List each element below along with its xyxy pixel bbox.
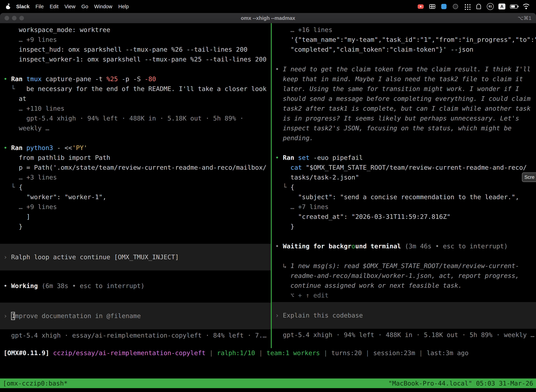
battery-icon[interactable] [510,5,518,9]
text-segment: continue assigned work or next feasible … [275,282,462,289]
text-segment: [OMX#0.11.9] [4,349,49,356]
mailbox-message-line: ↳ 1 new msg(s): read $OMX_TEAM_STATE_ROO… [272,261,536,271]
text-segment: └ [4,85,26,92]
app-menu-title[interactable]: Slack [16,4,29,9]
text-segment: { [291,183,294,191]
text-segment: | [255,349,267,356]
text-segment: … +16 lines [275,26,332,33]
text-segment: '{"team_name":"my-team","task_id":"1","f… [275,36,536,43]
text-segment: › [4,312,11,319]
terminal-line: inspect task2's JSON, focusing on the st… [272,123,536,133]
menu-help[interactable]: Help [118,4,129,9]
text-segment: inspect_hud: omx sparkshell --tmux-pane … [4,46,247,53]
blue-app-icon[interactable] [440,3,447,10]
wifi-icon[interactable] [522,4,530,9]
tmux-host-clock-label: "MacBook-Pro-44.local" 05:03 31-Mar-26 [388,380,533,387]
text-segment: 'PY' [72,144,87,151]
grid-icon[interactable] [429,3,436,10]
menu-view[interactable]: View [65,4,76,9]
window-shortcut-hint: ⌥⌘1 [517,15,531,21]
ghost-icon[interactable] [475,3,482,10]
terminal-line: keep that in mind. Maybe I also need the… [272,74,536,84]
text-segment: | [362,349,373,356]
text-segment: › [4,253,11,261]
text-segment: … +7 lines [275,203,329,210]
menu-window[interactable]: Window [94,4,112,9]
text-segment: workspace_mode: worktree [4,26,110,33]
text-segment: p = Path('.omx/state/team/review-current… [4,164,267,171]
terminal-line: ] [0,212,271,222]
terminal-line: … +7 lines [272,202,536,212]
model-status-line: gpt-5.4 xhigh · 94% left · 488K in · 5.1… [272,330,536,340]
zoom-button[interactable] [19,16,24,20]
text-segment: - << [53,144,72,151]
right-terminal-pane[interactable]: … +16 lines '{"team_name":"my-team","tas… [272,23,536,348]
text-segment: (6m 38s • esc to interrupt) [42,282,144,289]
spacer [272,300,536,302]
terminal-line: inspect_hud: omx sparkshell --tmux-pane … [0,45,271,54]
ralph-loop-status-row[interactable]: › Ralph loop active continue [OMX_TMUX_I… [0,244,271,271]
window-title: omx --xhigh --madmax [241,15,295,21]
text-segment: und terminal [355,243,405,250]
text-segment: └ [275,183,291,191]
menu-go[interactable]: Go [81,4,88,9]
text-segment: inspect task2's JSON, focusing on the st… [275,125,512,132]
screenshot-toast[interactable]: Scre [522,173,536,182]
text-segment: o [352,243,355,250]
spacer [0,329,271,331]
terminal-line: … +9 lines [0,202,271,212]
dark-app-icon[interactable] [452,3,459,10]
text-segment: keep that in mind. Maybe I also need the… [275,75,523,83]
text-segment: pending. [275,134,313,142]
title-bar[interactable]: omx --xhigh --madmax ⌥⌘1 [0,13,536,23]
text-segment: team:1 workers [267,349,320,356]
text-segment: • [275,243,283,250]
bottom-strip [0,388,536,392]
text-segment: Explain this codebase [283,312,363,319]
text-segment: ralph:1/10 [217,349,255,356]
ran-set-line: • Ran set -euo pipefail [272,153,536,163]
text-segment: Waiting for backgr [283,243,351,250]
spacer [272,143,536,153]
thinking-line: • I need to get the claim token from the… [272,64,536,74]
left-terminal-pane[interactable]: workspace_mode: worktree … +9 lines insp… [0,23,271,348]
text-segment: Ran [11,144,26,151]
text-segment: "completed","claim_token":"claim-token"}… [275,46,474,53]
text-segment: at [4,95,26,102]
text-segment: … +110 lines [4,105,65,112]
text-segment: Ralph loop active continue [OMX_TMUX_INJ… [11,253,179,261]
terminal-line: gpt-5.4 xhigh · 94% left · 488K in · 5.1… [0,113,271,123]
text-segment: (3m 46s • esc to interrupt) [405,243,508,250]
screen-recording-icon[interactable] [417,3,424,10]
spacer [0,64,271,74]
minimize-button[interactable] [12,16,17,20]
terminal-line: continue assigned work or next feasible … [272,281,536,290]
menu-file[interactable]: File [36,4,44,9]
prompt-input-row[interactable]: › Improve documentation in @filename [0,303,271,329]
text-segment: "created_at": "2026-03-31T11:59:27.816Z" [275,213,450,220]
close-button[interactable] [5,16,9,20]
suggestion-row[interactable]: › Explain this codebase [272,302,536,329]
terminal-window: omx --xhigh --madmax ⌥⌘1 workspace_mode:… [0,13,536,392]
menu-edit[interactable]: Edit [50,4,58,9]
text-segment: Ran [283,154,298,161]
spacer [272,251,536,261]
input-source-icon[interactable]: A [498,4,505,9]
terminal-line: … +3 lines [0,173,271,182]
terminal-line: └ { [0,182,271,192]
terminal-line: at [0,94,271,104]
text-cursor: I [11,312,15,320]
dots-grid-icon[interactable] [464,3,471,10]
text-segment: from pathlib import Path [4,154,110,161]
text-segment: | [320,349,331,356]
text-segment: -p -S [118,75,144,83]
text-segment: capture-pane -t [42,75,106,83]
battery-percent-icon[interactable]: 61 [487,3,494,10]
text-segment: python3 [26,144,53,151]
spacer [272,329,536,330]
text-segment: … +3 lines [4,174,57,181]
terminal-line: inspect_worker-1: omx sparkshell --tmux-… [0,54,271,64]
text-segment: set [298,154,310,161]
apple-menu-icon[interactable] [6,4,10,9]
text-segment: gpt-5.4 xhigh · essay/ai-reimplementatio… [4,332,267,339]
